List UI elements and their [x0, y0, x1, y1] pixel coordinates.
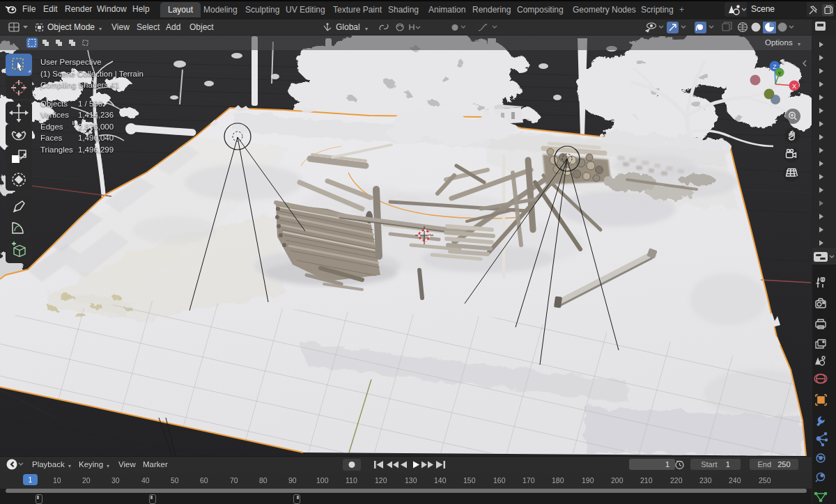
svg-text:Y: Y — [777, 70, 782, 77]
svg-text:X: X — [792, 83, 796, 90]
svg-text:Z: Z — [773, 63, 777, 70]
